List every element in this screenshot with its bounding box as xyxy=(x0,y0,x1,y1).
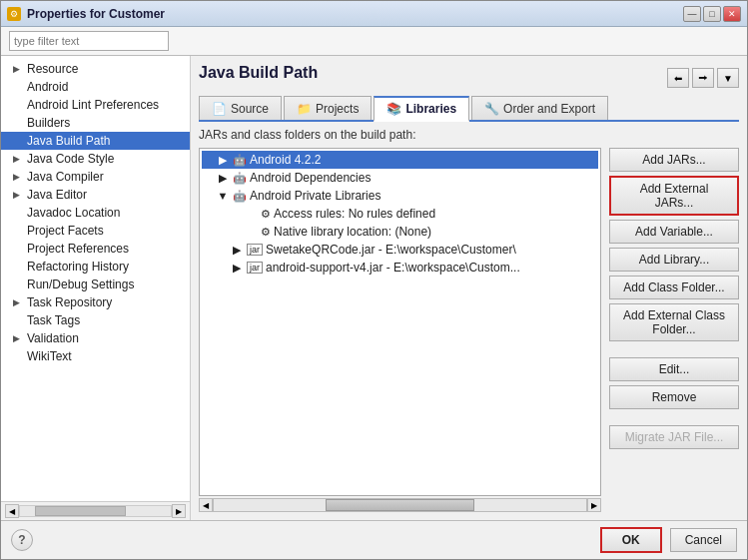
help-button[interactable]: ? xyxy=(11,529,33,551)
ok-button[interactable]: OK xyxy=(600,527,662,553)
edit-button[interactable]: Edit... xyxy=(609,357,739,381)
tab-order-export[interactable]: 🔧 Order and Export xyxy=(471,96,608,120)
remove-button[interactable]: Remove xyxy=(609,385,739,409)
sidebar-item-android[interactable]: Android xyxy=(1,78,190,96)
sidebar-item-android-lint[interactable]: Android Lint Preferences xyxy=(1,96,190,114)
tree-item-access-rules[interactable]: ⚙ Access rules: No rules defined xyxy=(202,205,598,223)
minimize-button[interactable]: — xyxy=(683,6,701,22)
source-tab-icon: 📄 xyxy=(212,102,227,116)
add-library-button[interactable]: Add Library... xyxy=(609,248,739,272)
properties-window: ⚙ Properties for Customer — □ ✕ ▶ Resour… xyxy=(0,0,748,560)
scroll-right-arrow[interactable]: ▶ xyxy=(172,504,186,518)
add-class-folder-button[interactable]: Add Class Folder... xyxy=(609,276,739,299)
sidebar-item-java-editor[interactable]: ▶ Java Editor xyxy=(1,186,190,204)
tab-order-label: Order and Export xyxy=(503,102,595,116)
sidebar-item-label: Task Tags xyxy=(27,313,80,327)
sidebar-item-label: Project References xyxy=(27,242,129,256)
expand-icon: ▶ xyxy=(216,153,230,167)
tab-source-label: Source xyxy=(231,102,269,116)
scroll-left-arrow[interactable]: ◀ xyxy=(5,504,19,518)
sidebar-item-java-code-style[interactable]: ▶ Java Code Style xyxy=(1,150,190,168)
sidebar-item-label: Android xyxy=(27,80,68,94)
expand-arrow: ▶ xyxy=(13,64,23,74)
sidebar-item-builders[interactable]: Builders xyxy=(1,114,190,132)
bottom-bar: ? OK Cancel xyxy=(1,520,747,559)
tree-item-native-lib[interactable]: ⚙ Native library location: (None) xyxy=(202,223,598,241)
sidebar-item-task-tags[interactable]: Task Tags xyxy=(1,311,190,329)
sidebar-item-task-repository[interactable]: ▶ Task Repository xyxy=(1,293,190,311)
panel-subtitle: JARs and class folders on the build path… xyxy=(199,128,739,142)
filter-input[interactable] xyxy=(9,31,169,51)
right-panel: Java Build Path ⬅ ⮕ ▼ 📄 Source 📁 Project… xyxy=(191,56,747,520)
tab-projects-label: Projects xyxy=(316,102,359,116)
add-external-class-folder-button[interactable]: Add External Class Folder... xyxy=(609,303,739,341)
add-jars-button[interactable]: Add JARs... xyxy=(609,148,739,172)
tree-item-label: Android 4.2.2 xyxy=(250,153,321,167)
tree-item-android-deps[interactable]: ▶ 🤖 Android Dependencies xyxy=(202,169,598,187)
content-area: ▶ 🤖 Android 4.2.2 ▶ 🤖 Android Dependenci… xyxy=(199,148,739,512)
cancel-button[interactable]: Cancel xyxy=(670,528,737,552)
android-icon: 🤖 xyxy=(233,190,247,203)
dropdown-button[interactable]: ▼ xyxy=(717,68,739,88)
window-icon: ⚙ xyxy=(7,7,21,21)
tree-item-android-private[interactable]: ▼ 🤖 Android Private Libraries xyxy=(202,187,598,205)
tree-item-label: Android Private Libraries xyxy=(250,189,380,203)
sidebar-item-label: Resource xyxy=(27,62,78,76)
expand-icon: ▶ xyxy=(230,243,244,257)
sidebar-item-project-facets[interactable]: Project Facets xyxy=(1,222,190,240)
sidebar-item-validation[interactable]: ▶ Validation xyxy=(1,329,190,347)
sidebar-item-java-compiler[interactable]: ▶ Java Compiler xyxy=(1,168,190,186)
tree-item-android422[interactable]: ▶ 🤖 Android 4.2.2 xyxy=(202,151,598,169)
tree-scroll-left[interactable]: ◀ xyxy=(199,498,213,512)
sidebar-item-label: Task Repository xyxy=(27,295,112,309)
tab-libraries-label: Libraries xyxy=(405,102,456,116)
window-title: Properties for Customer xyxy=(27,7,683,21)
sidebar-item-label: Validation xyxy=(27,331,79,345)
add-variable-button[interactable]: Add Variable... xyxy=(609,220,739,244)
sidebar-item-project-references[interactable]: Project References xyxy=(1,240,190,258)
tab-libraries[interactable]: 📚 Libraries xyxy=(374,96,469,122)
close-button[interactable]: ✕ xyxy=(723,6,741,22)
sidebar-item-label: Java Editor xyxy=(27,188,87,202)
tree-item-swetakeqr[interactable]: ▶ jar SwetakeQRCode.jar - E:\workspace\C… xyxy=(202,241,598,259)
sidebar-item-label: Refactoring History xyxy=(27,260,129,274)
gear-icon: ⚙ xyxy=(261,226,271,239)
tree-scroll-right[interactable]: ▶ xyxy=(587,498,601,512)
libraries-tree[interactable]: ▶ 🤖 Android 4.2.2 ▶ 🤖 Android Dependenci… xyxy=(199,148,601,496)
main-content: ▶ Resource Android Android Lint Preferen… xyxy=(1,56,747,520)
nav-forward-button[interactable]: ⮕ xyxy=(692,68,714,88)
android-icon: 🤖 xyxy=(233,172,247,185)
tree-item-label: Android Dependencies xyxy=(250,171,371,185)
tree-item-label: Native library location: (None) xyxy=(274,225,431,239)
sidebar-item-label: WikiText xyxy=(27,349,72,363)
tree-item-label: Access rules: No rules defined xyxy=(274,207,435,221)
libraries-tab-icon: 📚 xyxy=(386,102,401,116)
sidebar-item-label: Java Code Style xyxy=(27,152,114,166)
android-icon: 🤖 xyxy=(233,154,247,167)
nav-back-button[interactable]: ⬅ xyxy=(667,68,689,88)
sidebar-item-refactoring[interactable]: Refactoring History xyxy=(1,258,190,276)
expand-icon: ▶ xyxy=(216,171,230,185)
sidebar-horizontal-scrollbar[interactable] xyxy=(19,505,172,517)
expand-icon: ▶ xyxy=(230,261,244,275)
sidebar-scrollbar-area: ◀ ▶ xyxy=(1,501,190,520)
sidebar-item-resource[interactable]: ▶ Resource xyxy=(1,60,190,78)
tree-item-android-support[interactable]: ▶ jar android-support-v4.jar - E:\worksp… xyxy=(202,259,598,277)
tree-horizontal-scrollbar[interactable] xyxy=(213,498,587,512)
sidebar-item-label: Project Facets xyxy=(27,224,104,238)
add-external-jars-button[interactable]: Add External JARs... xyxy=(609,176,739,216)
tree-item-label: android-support-v4.jar - E:\workspace\Cu… xyxy=(266,261,520,275)
tab-source[interactable]: 📄 Source xyxy=(199,96,282,120)
sidebar-item-label: Javadoc Location xyxy=(27,206,120,220)
button-panel: Add JARs... Add External JARs... Add Var… xyxy=(609,148,739,512)
tree-item-label: SwetakeQRCode.jar - E:\workspace\Custome… xyxy=(266,243,516,257)
sidebar-item-wikitext[interactable]: WikiText xyxy=(1,347,190,365)
migrate-jar-button[interactable]: Migrate JAR File... xyxy=(609,425,739,449)
tab-projects[interactable]: 📁 Projects xyxy=(284,96,372,120)
sidebar-item-java-build-path[interactable]: Java Build Path xyxy=(1,132,190,150)
panel-title: Java Build Path xyxy=(199,64,318,86)
sidebar-item-javadoc[interactable]: Javadoc Location xyxy=(1,204,190,222)
sidebar-item-run-debug[interactable]: Run/Debug Settings xyxy=(1,276,190,293)
sidebar-item-label: Java Compiler xyxy=(27,170,104,184)
maximize-button[interactable]: □ xyxy=(703,6,721,22)
